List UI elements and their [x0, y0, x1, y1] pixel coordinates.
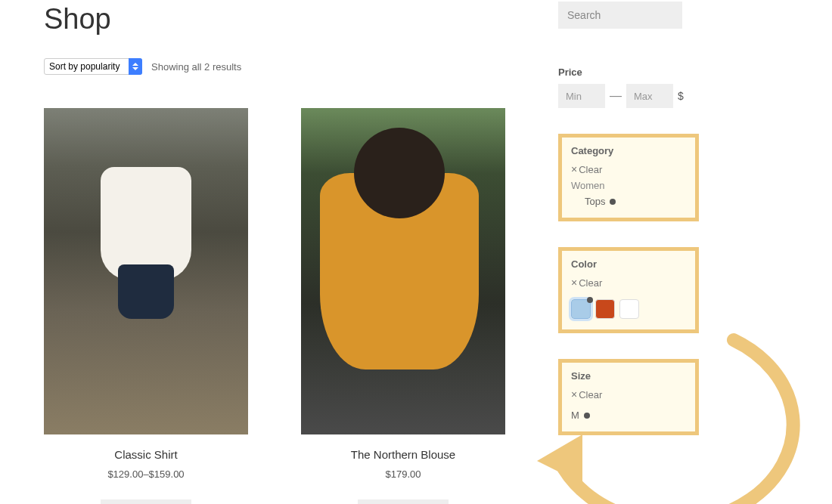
- product-grid: Classic Shirt $129.00–$159.00 Select opt…: [44, 108, 536, 504]
- product-image[interactable]: [301, 108, 505, 434]
- select-options-button[interactable]: Select options: [101, 499, 192, 504]
- color-clear[interactable]: Clear: [571, 277, 602, 289]
- sort-select[interactable]: Sort by popularity: [44, 58, 142, 75]
- swatch-row: [571, 299, 686, 319]
- select-options-button[interactable]: Select options: [358, 499, 449, 504]
- price-filter: Price — $: [558, 66, 699, 108]
- size-filter-box: Size Clear M: [558, 359, 699, 435]
- product-card[interactable]: The Northern Blouse $179.00 Select optio…: [301, 108, 505, 504]
- selected-dot-icon: [587, 297, 593, 303]
- toolbar: Sort by popularity Showing all 2 results: [44, 58, 536, 75]
- product-card[interactable]: Classic Shirt $129.00–$159.00 Select opt…: [44, 108, 248, 504]
- color-swatch-white[interactable]: [619, 299, 639, 319]
- color-heading: Color: [571, 258, 686, 270]
- category-child[interactable]: Tops: [571, 196, 686, 207]
- search-widget: [558, 0, 699, 29]
- sort-select-wrapper: Sort by popularity: [44, 58, 142, 75]
- price-heading: Price: [558, 66, 699, 78]
- product-price: $179.00: [301, 468, 505, 480]
- category-clear[interactable]: Clear: [571, 163, 602, 175]
- selected-dot-icon: [610, 199, 616, 205]
- category-child-label: Tops: [585, 196, 605, 207]
- category-parent[interactable]: Women: [571, 180, 686, 191]
- price-max-input[interactable]: [626, 84, 673, 108]
- search-input[interactable]: [558, 2, 682, 29]
- size-clear[interactable]: Clear: [571, 388, 602, 400]
- product-title[interactable]: Classic Shirt: [44, 448, 248, 461]
- category-filter-box: Category Clear Women Tops: [558, 134, 699, 221]
- page-title: Shop: [44, 3, 536, 36]
- color-swatch-light-blue[interactable]: [571, 299, 591, 319]
- category-heading: Category: [571, 145, 686, 156]
- product-image[interactable]: [44, 108, 248, 434]
- main-content: Shop Sort by popularity Showing all 2 re…: [44, 0, 536, 504]
- selected-dot-icon: [584, 413, 590, 419]
- price-row: — $: [558, 84, 699, 108]
- color-filter-box: Color Clear: [558, 247, 699, 333]
- price-dash: —: [610, 89, 622, 103]
- size-label: M: [571, 410, 579, 421]
- price-min-input[interactable]: [558, 84, 605, 108]
- product-title[interactable]: The Northern Blouse: [301, 448, 505, 461]
- result-count: Showing all 2 results: [151, 61, 241, 73]
- size-heading: Size: [571, 370, 686, 382]
- sidebar: Price — $ Category Clear Women Tops Colo…: [558, 0, 699, 435]
- product-price: $129.00–$159.00: [44, 468, 248, 480]
- size-item[interactable]: M: [571, 410, 686, 421]
- color-swatch-rust[interactable]: [595, 299, 615, 319]
- currency-symbol: $: [678, 90, 684, 102]
